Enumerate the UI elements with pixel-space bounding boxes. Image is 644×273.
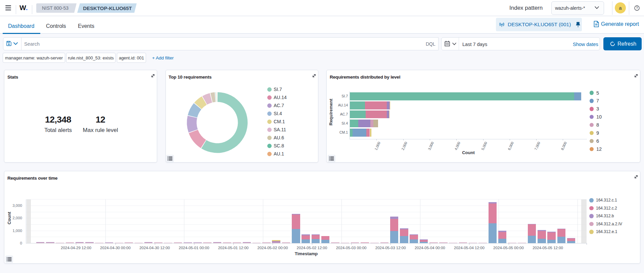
svg-text:?: ? bbox=[636, 6, 638, 10]
